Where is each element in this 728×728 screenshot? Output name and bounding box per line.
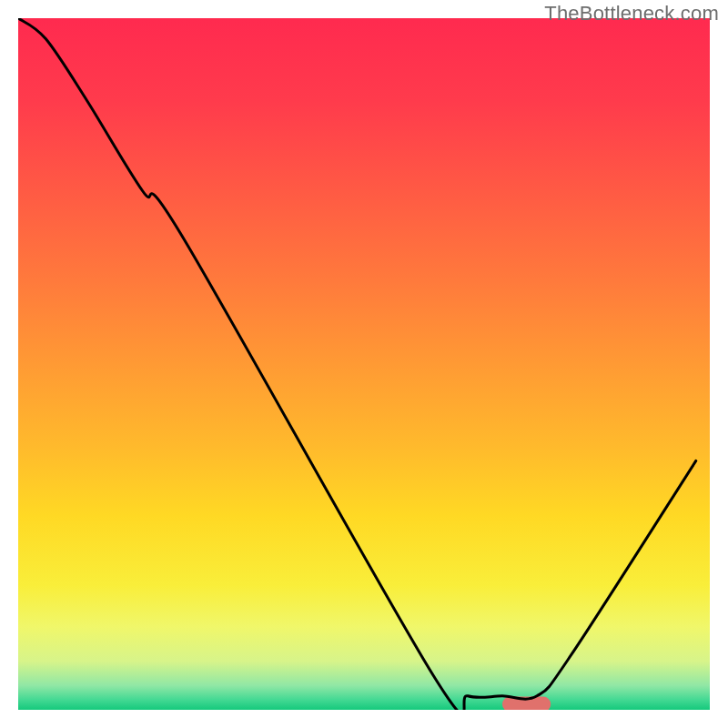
chart-background (18, 18, 710, 710)
watermark-label: TheBottleneck.com (544, 2, 719, 25)
chart-svg (18, 18, 710, 710)
plot-area (18, 18, 710, 710)
bottleneck-heat-chart: TheBottleneck.com (0, 0, 728, 728)
